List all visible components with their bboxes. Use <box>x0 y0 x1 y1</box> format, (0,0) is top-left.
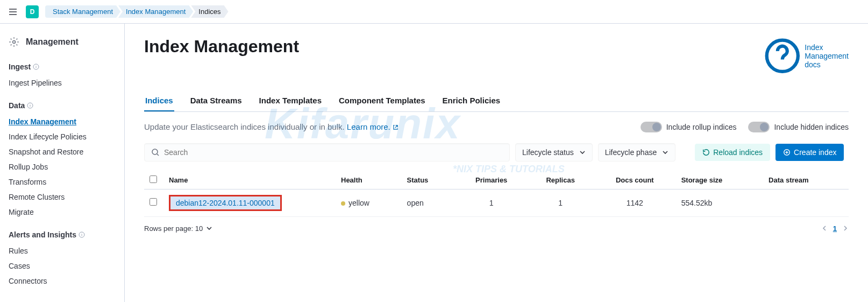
menu-icon[interactable] <box>6 5 19 18</box>
info-icon <box>33 64 39 70</box>
help-icon <box>763 37 802 75</box>
tab-component-templates[interactable]: Component Templates <box>338 90 426 111</box>
gear-icon <box>9 37 19 47</box>
indices-table: Name Health Status Primaries Replicas Do… <box>144 171 849 217</box>
col-docs-count[interactable]: Docs count <box>594 171 676 189</box>
row-checkbox[interactable] <box>150 198 157 206</box>
subhead-text: Update your Elasticsearch indices indivi… <box>144 122 399 131</box>
search-icon <box>151 148 160 157</box>
lifecycle-status-select[interactable]: Lifecycle status <box>515 143 593 161</box>
sidebar-item-ingest-pipelines[interactable]: Ingest Pipelines <box>9 75 116 90</box>
breadcrumb-stack-management[interactable]: Stack Management <box>45 5 120 18</box>
col-name[interactable]: Name <box>163 171 336 189</box>
cell-storage: 554.52kb <box>676 189 763 216</box>
col-data-stream[interactable]: Data stream <box>763 171 849 189</box>
col-storage-size[interactable]: Storage size <box>676 171 763 189</box>
page-title: Index Management <box>144 37 299 57</box>
chevron-down-icon <box>662 149 668 156</box>
chevron-down-icon <box>579 149 586 156</box>
col-health[interactable]: Health <box>336 171 402 189</box>
toggle-rollup-indices[interactable]: ✕ Include rollup indices <box>641 122 737 132</box>
cell-docs-count: 1142 <box>594 189 676 216</box>
svg-point-0 <box>13 41 16 44</box>
external-link-icon <box>393 124 399 130</box>
tab-enrich-policies[interactable]: Enrich Policies <box>442 90 502 111</box>
breadcrumb-indices: Indices <box>191 5 228 18</box>
cell-status: open <box>402 189 456 216</box>
learn-more-link[interactable]: Learn more. <box>347 122 399 131</box>
refresh-icon <box>702 149 710 156</box>
pagination: 1 <box>821 224 849 233</box>
breadcrumb-index-management[interactable]: Index Management <box>118 5 193 18</box>
breadcrumb: Stack Management Index Management Indice… <box>45 5 229 18</box>
space-badge[interactable]: D <box>26 5 39 18</box>
index-name-link[interactable]: debian12-2024.01.11-000001 <box>176 199 275 207</box>
sidebar-item-connectors[interactable]: Connectors <box>9 273 116 289</box>
sidebar-item-remote-clusters[interactable]: Remote Clusters <box>9 189 116 205</box>
info-icon <box>27 102 33 109</box>
chevron-right-icon[interactable] <box>842 225 849 231</box>
svg-point-5 <box>152 149 158 154</box>
lifecycle-phase-select[interactable]: Lifecycle phase <box>598 143 676 161</box>
info-icon <box>79 231 85 238</box>
toggle-hidden-indices[interactable]: ✕ Include hidden indices <box>748 122 849 132</box>
app-header: D Stack Management Index Management Indi… <box>0 0 868 24</box>
sidebar-item-snapshot-and-restore[interactable]: Snapshot and Restore <box>9 144 116 159</box>
reload-indices-button[interactable]: Reload indices <box>695 144 770 161</box>
col-primaries[interactable]: Primaries <box>456 171 527 189</box>
sidebar-group-ingest: Ingest <box>9 62 116 71</box>
table-row: debian12-2024.01.11-000001 yellow open 1… <box>144 189 849 216</box>
highlight-annotation: debian12-2024.01.11-000001 <box>169 195 282 211</box>
plus-circle-icon <box>783 149 791 156</box>
chevron-left-icon[interactable] <box>821 225 828 231</box>
sidebar: Management Ingest Ingest Pipelines Data … <box>0 24 125 302</box>
select-all-checkbox[interactable] <box>150 175 157 183</box>
switch-icon: ✕ <box>748 122 770 132</box>
search-input[interactable] <box>164 148 503 157</box>
tab-index-templates[interactable]: Index Templates <box>258 90 323 111</box>
sidebar-item-rules[interactable]: Rules <box>9 243 116 258</box>
cell-replicas: 1 <box>527 189 594 216</box>
main-content: Kifarunix *NIX TIPS & TUTORIALS Index Ma… <box>125 24 868 302</box>
sidebar-item-cases[interactable]: Cases <box>9 258 116 273</box>
cell-data-stream <box>763 189 849 216</box>
sidebar-item-transforms[interactable]: Transforms <box>9 174 116 189</box>
sidebar-group-data: Data <box>9 101 116 110</box>
page-number[interactable]: 1 <box>833 224 837 233</box>
cell-health: yellow <box>336 189 402 216</box>
create-index-button[interactable]: Create index <box>775 144 844 161</box>
tabs: Indices Data Streams Index Templates Com… <box>144 90 849 112</box>
rows-per-page-select[interactable]: Rows per page: 10 <box>144 224 212 233</box>
switch-icon: ✕ <box>641 122 662 132</box>
health-dot-icon <box>341 201 345 206</box>
chevron-down-icon <box>206 225 212 231</box>
sidebar-item-index-lifecycle-policies[interactable]: Index Lifecycle Policies <box>9 129 116 144</box>
cell-primaries: 1 <box>456 189 527 216</box>
docs-link[interactable]: Index Management docs <box>763 37 849 75</box>
sidebar-item-migrate[interactable]: Migrate <box>9 205 116 220</box>
sidebar-item-rollup-jobs[interactable]: Rollup Jobs <box>9 159 116 174</box>
sidebar-title: Management <box>26 37 79 47</box>
col-status[interactable]: Status <box>402 171 456 189</box>
sidebar-group-alerts: Alerts and Insights <box>9 230 116 239</box>
tab-data-streams[interactable]: Data Streams <box>189 90 243 111</box>
col-replicas[interactable]: Replicas <box>527 171 594 189</box>
tab-indices[interactable]: Indices <box>144 90 174 111</box>
search-input-wrap[interactable] <box>144 143 510 161</box>
sidebar-item-index-management[interactable]: Index Management <box>9 114 116 129</box>
